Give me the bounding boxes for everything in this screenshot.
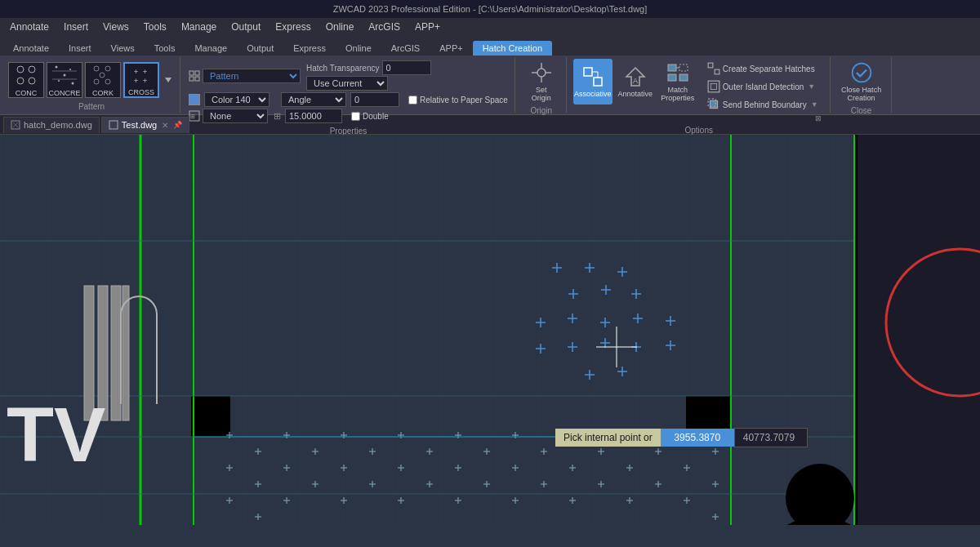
- none-select[interactable]: None: [203, 109, 268, 123]
- svg-rect-47: [708, 81, 719, 92]
- island-dropdown-icon[interactable]: ▼: [808, 82, 815, 91]
- outer-island-detection-btn[interactable]: Outer Island Detection ▼: [704, 78, 822, 95]
- create-separate-hatches-btn[interactable]: Create Separate Hatches: [704, 60, 822, 77]
- svg-text:A: A: [633, 77, 638, 85]
- close-content: Close HatchCreation: [837, 59, 886, 105]
- svg-rect-46: [715, 69, 719, 74]
- tab-arcgis[interactable]: ArcGIS: [381, 41, 430, 56]
- color-select[interactable]: Color 140: [204, 92, 270, 107]
- doc-tab-test[interactable]: Test.dwg ✕ 📌: [101, 117, 189, 133]
- double-label: Double: [363, 112, 389, 121]
- tab-insert[interactable]: Insert: [59, 41, 101, 56]
- doc-icon-test: [109, 120, 118, 130]
- svg-rect-25: [189, 71, 194, 75]
- use-current-row: Use Current: [306, 76, 431, 91]
- scale-icon: ⊞: [189, 110, 200, 122]
- tab-views[interactable]: Views: [101, 41, 145, 56]
- swatch-cross-label: CROSS: [128, 88, 154, 96]
- angle-input[interactable]: [350, 92, 399, 107]
- tab-output[interactable]: Output: [237, 41, 283, 56]
- annotative-button[interactable]: A Annotative: [616, 59, 655, 105]
- svg-rect-26: [195, 71, 199, 75]
- svg-rect-41: [679, 64, 688, 71]
- menu-arcgis[interactable]: ArcGIS: [362, 20, 407, 34]
- menu-express[interactable]: Express: [269, 20, 317, 34]
- close-hatch-button[interactable]: Close HatchCreation: [837, 59, 886, 105]
- options-group: Associative A Annotative: [568, 57, 831, 113]
- scale-resize-icon: ⊞: [274, 111, 281, 122]
- hatch-transparency-container: Hatch Transparency Use Current: [306, 60, 431, 91]
- svg-rect-48: [710, 84, 716, 90]
- svg-rect-43: [668, 74, 676, 81]
- use-current-select[interactable]: Use Current: [306, 76, 388, 91]
- svg-rect-57: [853, 135, 980, 525]
- set-origin-button[interactable]: SetOrigin: [522, 59, 561, 105]
- ribbon: Annotate Insert Views Tools Manage Outpu…: [0, 36, 980, 115]
- menu-tools[interactable]: Tools: [137, 20, 173, 34]
- pattern-icon: [189, 70, 200, 82]
- swatch-conc[interactable]: CONC: [8, 62, 44, 98]
- relative-to-paper-row: Relative to Paper Space: [408, 96, 508, 105]
- ribbon-content: CONC CONCRE: [0, 56, 980, 114]
- properties-controls-inner: Pattern CROSS CORK Hatch Transparency: [187, 59, 510, 125]
- send-behind-dropdown-icon[interactable]: ▼: [811, 100, 818, 109]
- create-separate-hatches-label: Create Separate Hatches: [723, 64, 815, 73]
- swatch-concre-label: CONCRE: [48, 89, 80, 97]
- relative-to-paper-checkbox[interactable]: [408, 96, 417, 105]
- associative-button[interactable]: Associative: [573, 59, 612, 105]
- tab-online[interactable]: Online: [336, 41, 381, 56]
- angle-select[interactable]: Angle: [281, 92, 346, 107]
- options-expand-icon[interactable]: ⊠: [815, 114, 822, 122]
- properties-controls: Pattern CROSS CORK Hatch Transparency: [187, 59, 510, 125]
- tab-annotate[interactable]: Annotate: [3, 41, 59, 56]
- tab-express[interactable]: Express: [283, 41, 336, 56]
- pattern-expand-button[interactable]: [162, 66, 175, 94]
- menu-online[interactable]: Online: [319, 20, 361, 34]
- status-tooltip: Pick internal point or 3955.3870 40773.7…: [555, 428, 808, 447]
- set-origin-icon: [530, 61, 553, 84]
- annotative-icon: A: [624, 65, 647, 88]
- tv-label: TV: [7, 391, 105, 478]
- pattern-select[interactable]: Pattern CROSS CORK: [203, 69, 301, 83]
- swatch-concre[interactable]: CONCRE: [47, 62, 82, 98]
- menu-app[interactable]: APP+: [408, 20, 447, 34]
- scale-input[interactable]: [285, 109, 342, 123]
- transparency-input[interactable]: [382, 60, 431, 75]
- scale-row: ⊞ None ⊞ Double: [189, 109, 508, 123]
- doc-tab-hatch-demo[interactable]: hatch_demo.dwg: [3, 117, 100, 133]
- pattern-group: CONC CONCRE: [3, 57, 180, 113]
- menu-views[interactable]: Views: [96, 20, 136, 34]
- svg-point-9: [64, 73, 66, 76]
- double-checkbox[interactable]: [351, 112, 360, 121]
- outer-island-label: Outer Island Detection: [723, 82, 804, 91]
- menu-manage[interactable]: Manage: [175, 20, 223, 34]
- swatch-cross[interactable]: + + + + CROSS: [123, 62, 159, 98]
- svg-rect-0: [14, 63, 38, 87]
- svg-rect-59: [191, 396, 230, 437]
- svg-point-12: [69, 69, 71, 70]
- coord2-display: 40773.7079: [734, 428, 808, 447]
- color-swatch: [189, 94, 200, 105]
- svg-rect-36: [584, 68, 592, 76]
- svg-text:+: +: [134, 67, 139, 76]
- create-hatches-icon: [707, 62, 720, 75]
- menu-insert[interactable]: Insert: [57, 20, 95, 34]
- doc-tab-hatch-demo-name: hatch_demo.dwg: [24, 120, 92, 130]
- origin-group: SetOrigin Origin: [517, 57, 567, 113]
- tab-tools[interactable]: Tools: [145, 41, 185, 56]
- menu-output[interactable]: Output: [225, 20, 267, 34]
- menu-annotate[interactable]: Annotate: [3, 20, 56, 34]
- tab-app[interactable]: APP+: [430, 41, 472, 56]
- svg-marker-24: [165, 78, 172, 82]
- canvas-svg: TV: [0, 135, 980, 525]
- send-behind-boundary-btn[interactable]: Send Behind Boundary ▼: [704, 96, 822, 113]
- transparency-label: Hatch Transparency: [306, 64, 380, 73]
- canvas-area[interactable]: TV Pick internal point or 3955.3870 4077…: [0, 135, 980, 525]
- transparency-row: Hatch Transparency: [306, 60, 431, 75]
- tab-hatch-creation[interactable]: Hatch Creation: [473, 41, 552, 56]
- match-properties-button[interactable]: MatchProperties: [658, 59, 697, 105]
- swatch-cork[interactable]: CORK: [85, 62, 121, 98]
- doc-tab-test-close[interactable]: ✕: [160, 121, 170, 130]
- doc-tab-test-pin[interactable]: 📌: [173, 121, 182, 129]
- tab-manage[interactable]: Manage: [185, 41, 237, 56]
